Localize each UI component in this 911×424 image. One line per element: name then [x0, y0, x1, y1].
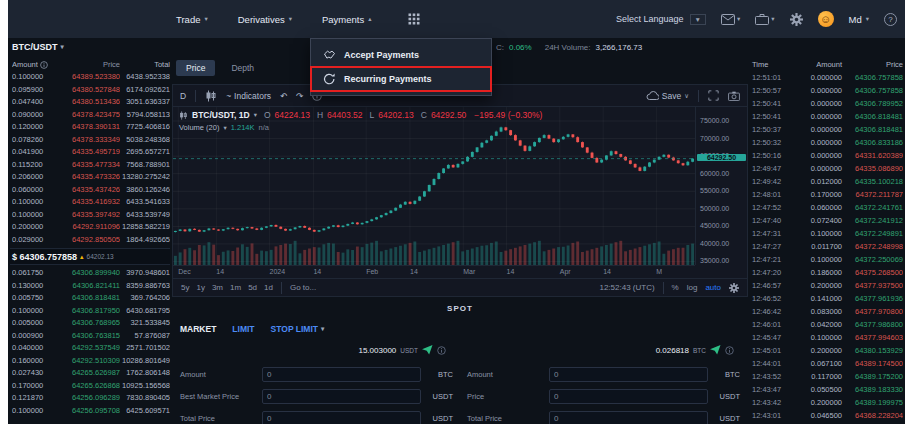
portfolio-icon[interactable]: ▾	[755, 13, 774, 25]
gear-icon[interactable]	[790, 13, 803, 26]
nav-derivatives[interactable]: Derivatives▾	[238, 14, 292, 25]
info-icon[interactable]	[437, 346, 446, 355]
trade-row[interactable]: 12:48:010.17000064372.211787	[750, 188, 905, 201]
trade-row[interactable]: 12:45:470.10000064377.994603	[750, 331, 905, 344]
trade-row[interactable]: 12:47:270.01170064372.248998	[750, 240, 905, 253]
trade-row[interactable]: 12:49:470.00000064335.086890	[750, 162, 905, 175]
save-button[interactable]: Save∨	[646, 90, 689, 101]
bid-row[interactable]: 0.02743064265.6269871762.806148	[10, 367, 170, 380]
trade-row[interactable]: 12:46:010.04200064377.986800	[750, 318, 905, 331]
trade-row[interactable]: 12:47:200.18600064375.268500	[750, 266, 905, 279]
ask-row[interactable]: 0.06000064335.4374263860.126246	[10, 184, 170, 197]
tab-limit[interactable]: LIMIT	[232, 324, 254, 334]
indicators-button[interactable]: ~Indicators	[226, 91, 271, 101]
range-1y[interactable]: 1y	[196, 283, 204, 292]
screenshot-icon[interactable]	[728, 91, 740, 101]
market-amount-input[interactable]	[262, 367, 421, 382]
volume-indicator-label[interactable]: Volume (20)	[179, 123, 219, 132]
chart-canvas[interactable]: BTC/USDT, 1D ▾ O64224.13 H64403.52 L6420…	[173, 107, 747, 265]
trade-row[interactable]: 12:47:210.10000064372.250069	[750, 253, 905, 266]
user-menu[interactable]: Md▾	[849, 14, 869, 25]
chart-symbol[interactable]: BTC/USDT, 1D	[192, 110, 250, 120]
language-selector[interactable]: Select Language▼	[616, 14, 706, 25]
info-icon[interactable]	[725, 346, 734, 355]
trade-row[interactable]: 12:46:420.08300064377.970800	[750, 305, 905, 318]
range-5d[interactable]: 5d	[248, 283, 257, 292]
limit-amount-input[interactable]	[549, 367, 708, 382]
bid-row[interactable]: 0.00090064306.76381557.876087	[10, 330, 170, 343]
percent-scale-button[interactable]: %	[672, 283, 679, 292]
trade-row[interactable]: 12:43:520.11700064389.175200	[750, 370, 905, 383]
limit-total-price-input[interactable]	[549, 411, 708, 424]
pair-selector[interactable]: BTC/USDT▾	[12, 42, 64, 52]
bid-row[interactable]: 0.17000064265.62686810925.156568	[10, 380, 170, 393]
bid-row[interactable]: 0.10000064306.8179506430.681795	[10, 305, 170, 318]
log-scale-button[interactable]: log	[687, 283, 698, 292]
trade-row[interactable]: 12:46:520.14100064377.961936	[750, 292, 905, 305]
trade-row[interactable]: 12:50:410.00000064306.818481	[750, 110, 905, 123]
fullscreen-icon[interactable]	[708, 90, 719, 101]
trade-row[interactable]: 12:44:010.06710064389.174500	[750, 357, 905, 370]
range-3m[interactable]: 3m	[212, 283, 223, 292]
bid-row[interactable]: 0.10000064256.0957086425.609571	[10, 405, 170, 418]
trade-row[interactable]: 12:50:320.00000064306.833186	[750, 136, 905, 149]
bid-row[interactable]: 0.00500064306.768965321.533845	[10, 317, 170, 330]
trade-row[interactable]: 12:46:570.20000064377.937500	[750, 279, 905, 292]
bid-row[interactable]: 0.04000064292.5375492571.701502	[10, 342, 170, 355]
ask-row[interactable]: 0.10000064389.5233806438.952338	[10, 71, 170, 84]
trade-row[interactable]: 12:45:010.20000064380.153929	[750, 344, 905, 357]
range-1m[interactable]: 1m	[230, 283, 241, 292]
ask-row[interactable]: 0.04740064380.5134363051.636337	[10, 96, 170, 109]
trade-row[interactable]: 12:49:420.01200064335.100218	[750, 175, 905, 188]
avatar[interactable]: ☺	[818, 11, 834, 27]
ask-row[interactable]: 0.09000064378.4234755794.058113	[10, 109, 170, 122]
goto-button[interactable]: Go to...	[290, 283, 316, 292]
ask-row[interactable]: 0.02900064292.8505051864.492665	[10, 234, 170, 247]
bid-row[interactable]: 0.00575064306.818481369.764206	[10, 292, 170, 305]
last-price-row[interactable]: $ 64306.757858 ▴ 64202.13	[10, 248, 170, 265]
limit-price-input[interactable]	[549, 389, 708, 404]
range-5y[interactable]: 5y	[181, 283, 189, 292]
ask-row[interactable]: 0.09590064380.5278486174.092621	[10, 84, 170, 97]
ask-row[interactable]: 0.10000064335.4169326433.541633	[10, 196, 170, 209]
ask-row[interactable]: 0.20000064292.91109612858.582219	[10, 221, 170, 234]
trade-row[interactable]: 12:43:420.20000064389.199975	[750, 396, 905, 409]
nav-trade[interactable]: Trade▾	[176, 14, 208, 25]
bid-row[interactable]: 0.12187064256.0962897830.890405	[10, 392, 170, 405]
trade-row[interactable]: 12:50:370.00000064306.818481	[750, 123, 905, 136]
candle-style-icon[interactable]	[205, 90, 217, 102]
trade-row[interactable]: 12:50:160.00000064331.620389	[750, 149, 905, 162]
trade-row[interactable]: 12:47:520.06000064372.241761	[750, 201, 905, 214]
trade-row[interactable]: 12:47:310.10000064372.249891	[750, 227, 905, 240]
trade-row[interactable]: 12:50:570.00000064306.757858	[750, 84, 905, 97]
redo-icon[interactable]: ↷	[296, 91, 303, 101]
apps-grid-icon[interactable]	[408, 13, 420, 25]
undo-icon[interactable]: ↶	[280, 91, 287, 101]
bid-row[interactable]: 0.06175064306.8999403970.948601	[10, 267, 170, 280]
interval-button[interactable]: D	[180, 91, 186, 101]
chart-clock[interactable]: 12:52:43 (UTC)	[599, 283, 654, 292]
menu-item-accept-payments[interactable]: Accept Payments	[311, 43, 491, 67]
ask-row[interactable]: 0.20600064335.47332613280.275242	[10, 171, 170, 184]
market-best-market-price-input[interactable]	[262, 389, 421, 404]
language-dropdown-icon[interactable]: ▼	[690, 14, 706, 25]
menu-item-recurring-payments[interactable]: Recurring Payments	[311, 67, 491, 91]
chart-settings-gear-icon[interactable]	[729, 283, 739, 293]
trade-row[interactable]: 12:50:410.00000064306.789952	[750, 97, 905, 110]
transfer-icon[interactable]	[422, 345, 433, 355]
range-1d[interactable]: 1d	[264, 283, 273, 292]
tab-depth[interactable]: Depth	[221, 60, 264, 76]
ask-row[interactable]: 0.12000064378.3901317725.406816	[10, 121, 170, 134]
market-total-price-input[interactable]	[262, 411, 421, 424]
tab-price[interactable]: Price	[176, 60, 215, 76]
auto-scale-button[interactable]: auto	[705, 283, 721, 292]
transfer-icon[interactable]	[710, 345, 721, 355]
help-icon[interactable]: ?	[884, 13, 897, 26]
bid-row[interactable]: 0.16000064292.51030910286.801649	[10, 355, 170, 368]
ask-row[interactable]: 0.04190064335.4957192695.657271	[10, 146, 170, 159]
tab-stop-limit[interactable]: STOP LIMIT▾	[271, 324, 325, 334]
trade-row[interactable]: 12:47:400.07240064372.241912	[750, 214, 905, 227]
trade-row[interactable]: 12:51:010.00000064306.757858	[750, 71, 905, 84]
bid-row[interactable]: 0.13000064306.8214118359.886763	[10, 280, 170, 293]
ask-row[interactable]: 0.11520064335.4773347568.788901	[10, 159, 170, 172]
